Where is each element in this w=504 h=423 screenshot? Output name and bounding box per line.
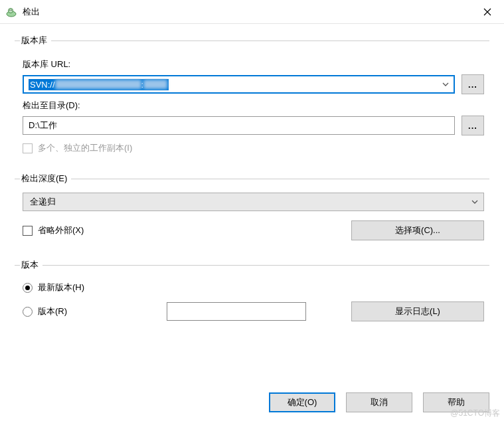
specific-revision-label: 版本(R) [38,305,67,317]
url-value: SVN://: [29,79,169,90]
checkbox-icon [23,143,33,153]
svg-point-3 [11,9,12,10]
url-combobox[interactable]: SVN://: [23,75,455,94]
radio-icon [23,307,33,317]
independent-copies-label: 多个、独立的工作副本(I) [38,142,132,154]
depth-select[interactable]: 全递归 [23,193,484,211]
group-revision-legend: 版本 [20,259,42,271]
revision-input[interactable] [167,302,306,321]
chevron-down-icon [471,200,478,204]
title-bar: 检出 [0,0,504,24]
group-revision: 版本 最新版本(H) 版本(R) 显示日志(L) [15,259,489,333]
browse-repo-button[interactable]: ... [462,74,484,94]
checkout-dir-input[interactable] [23,116,455,135]
show-log-button[interactable]: 显示日志(L) [351,301,484,321]
depth-select-value: 全递归 [30,196,56,208]
group-repository: 版本库 版本库 URL: SVN://: ... 检出至目录(D): ... 多… [15,35,489,166]
omit-externals-checkbox[interactable] [23,226,33,236]
specific-revision-radio[interactable]: 版本(R) [23,305,67,317]
window-title: 检出 [23,6,472,18]
radio-icon [23,283,33,293]
dir-label: 检出至目录(D): [23,100,487,112]
svg-point-1 [9,8,13,13]
dialog-content: 版本库 版本库 URL: SVN://: ... 检出至目录(D): ... 多… [0,24,504,347]
choose-items-button[interactable]: 选择项(C)... [351,220,484,240]
app-icon [5,6,17,18]
cancel-button[interactable]: 取消 [346,392,412,412]
ok-button[interactable]: 确定(O) [269,392,335,412]
chevron-down-icon[interactable] [437,76,454,93]
dialog-footer: 确定(O) 取消 帮助 [269,392,489,412]
svg-point-2 [9,9,10,10]
head-revision-radio[interactable]: 最新版本(H) [23,282,487,294]
group-repository-legend: 版本库 [20,35,51,46]
group-depth-legend: 检出深度(E) [20,173,71,185]
head-revision-label: 最新版本(H) [38,282,84,294]
help-button[interactable]: 帮助 [423,392,489,412]
group-depth: 检出深度(E) 全递归 省略外部(X) 选择项(C)... [15,173,489,252]
independent-copies-checkbox: 多个、独立的工作副本(I) [23,142,487,154]
close-button[interactable] [472,1,503,23]
browse-dir-button[interactable]: ... [462,116,484,135]
url-label: 版本库 URL: [23,58,487,70]
omit-externals-label: 省略外部(X) [38,224,84,236]
